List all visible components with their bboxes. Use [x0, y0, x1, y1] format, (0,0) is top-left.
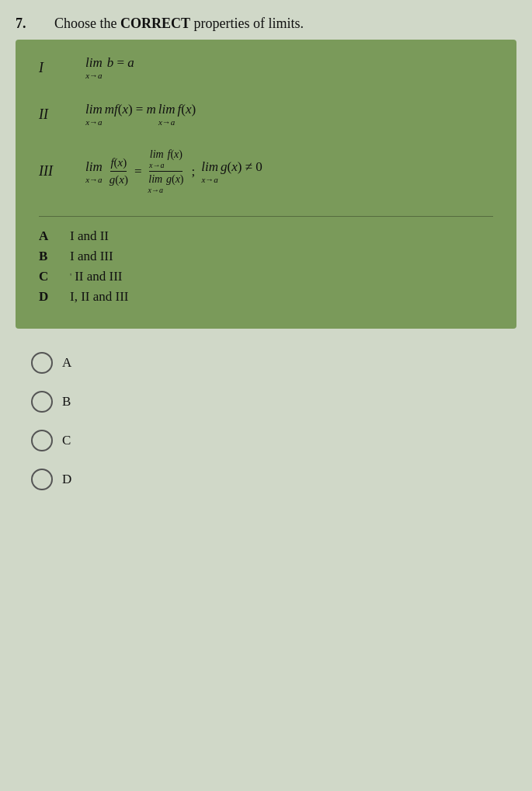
lim-III-gx-neq: lim x→a g(x) ≠ 0 — [201, 159, 262, 184]
fraction-fg: f(x) g(x) — [110, 156, 128, 186]
choice-text-D: I, II and III — [70, 289, 129, 305]
radio-row-B[interactable]: B — [31, 391, 516, 413]
choice-row-D: D I, II and III — [39, 289, 493, 305]
lim-III-left: lim x→a — [85, 159, 103, 184]
choice-text-C: ' II and III — [70, 269, 123, 284]
bold-correct: CORRECT — [120, 16, 190, 31]
lim-label-I: lim x→a — [85, 55, 103, 80]
radio-C[interactable] — [31, 430, 53, 451]
property-row-III: III lim x→a f(x) g(x) = lim x→a f(x) — [39, 148, 493, 194]
expr-I: b = a — [107, 55, 134, 71]
expr-II: mf(x) = — [105, 102, 144, 117]
property-label-II: II — [39, 106, 85, 123]
radio-A[interactable] — [31, 352, 53, 374]
radio-label-C: C — [62, 433, 71, 448]
property-label-III: III — [39, 163, 85, 179]
choice-letter-A: A — [39, 228, 70, 244]
choice-text-A: I and II — [70, 228, 109, 244]
choice-letter-B: B — [39, 249, 70, 264]
choice-row-A: A I and II — [39, 228, 493, 244]
choice-row-B: B I and III — [39, 249, 493, 264]
property-label-I: I — [39, 60, 85, 76]
answer-choices: A I and II B I and III C ' II and III D … — [39, 228, 493, 305]
fraction-lim-fg: lim x→a f(x) lim x→a g(x) — [148, 148, 184, 194]
radio-row-C[interactable]: C — [31, 430, 516, 451]
radio-label-D: D — [62, 472, 71, 487]
radio-row-D[interactable]: D — [31, 469, 516, 490]
divider — [39, 216, 493, 217]
property-content-I: lim x→a b = a — [85, 55, 134, 80]
choice-letter-C: C — [39, 269, 70, 284]
choice-text-B: I and III — [70, 249, 113, 264]
property-content-III: lim x→a f(x) g(x) = lim x→a f(x) — [85, 148, 263, 194]
equals-III: = — [134, 164, 142, 179]
radio-section: A B C D — [16, 352, 516, 490]
question-header: 7. Choose the CORRECT properties of limi… — [16, 16, 516, 32]
property-content-II: lim x→a mf(x) = m lim x→a f(x) — [85, 102, 196, 127]
property-row-I: I lim x→a b = a — [39, 55, 493, 80]
lim-II: lim x→a — [85, 102, 103, 127]
question-number: 7. — [16, 16, 39, 32]
radio-label-B: B — [62, 394, 71, 409]
property-row-II: II lim x→a mf(x) = m lim x→a f(x) — [39, 102, 493, 127]
expr-II-fx: f(x) — [177, 102, 196, 117]
radio-row-A[interactable]: A — [31, 352, 516, 374]
question-text: Choose the CORRECT properties of limits. — [54, 16, 304, 32]
choice-letter-D: D — [39, 289, 70, 305]
radio-D[interactable] — [31, 469, 53, 490]
green-box: I lim x→a b = a II lim x→a mf(x) = m lim… — [16, 40, 516, 329]
radio-label-A: A — [62, 355, 71, 371]
lim-II-right: lim x→a — [158, 102, 176, 127]
choice-row-C: C ' II and III — [39, 269, 493, 284]
radio-B[interactable] — [31, 391, 53, 413]
semicolon-III: ; — [192, 164, 196, 179]
m-lim-II: m — [146, 102, 155, 117]
